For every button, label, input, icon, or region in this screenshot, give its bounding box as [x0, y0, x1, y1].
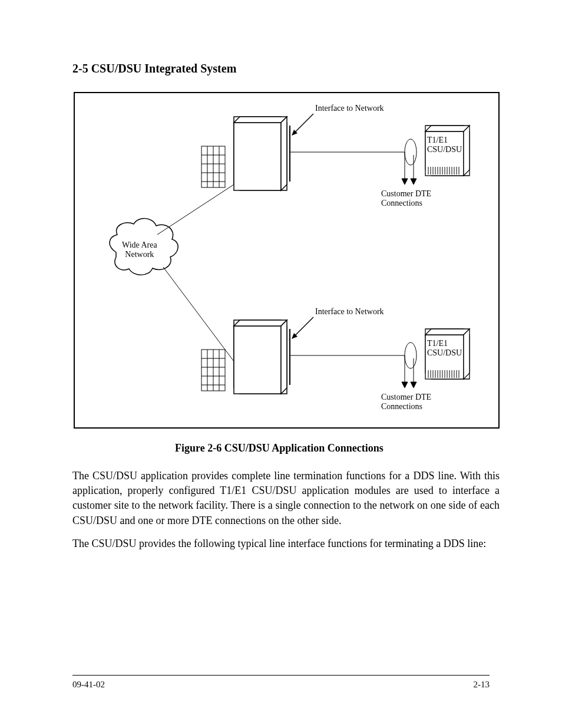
footer-divider: [72, 675, 490, 676]
building-icon: [201, 320, 287, 394]
svg-line-15: [293, 114, 313, 134]
figure-caption: Figure 2-6 CSU/DSU Application Connectio…: [175, 442, 384, 454]
section-heading: 2-5 CSU/DSU Integrated System: [72, 62, 236, 75]
arrow-icon: [292, 114, 313, 136]
link-line: [157, 185, 234, 235]
link-line: [163, 267, 234, 361]
svg-marker-14: [281, 117, 287, 190]
dte-arrows-icon: [402, 152, 416, 185]
paragraph: The CSU/DSU application provides complet…: [72, 469, 500, 528]
tbox-label-bottom: T1/E1 CSU/DSU: [427, 339, 462, 358]
tbox-label-top: T1/E1 CSU/DSU: [427, 136, 462, 154]
svg-marker-13: [234, 117, 287, 123]
svg-marker-70: [411, 382, 416, 388]
svg-marker-54: [464, 329, 470, 379]
arrow-icon: [292, 317, 313, 339]
building-icon: [201, 117, 287, 190]
svg-marker-53: [425, 329, 470, 335]
svg-marker-36: [411, 179, 416, 185]
svg-marker-69: [402, 382, 408, 388]
svg-line-49: [293, 317, 313, 338]
svg-marker-35: [402, 179, 408, 185]
network-interface-label-bottom: Interface to Network: [315, 307, 384, 317]
svg-marker-47: [234, 320, 287, 326]
network-interface-label-top: Interface to Network: [315, 104, 384, 113]
svg-rect-9: [234, 123, 281, 190]
diagram-frame: Wide Area Network Interface to Network I…: [74, 92, 500, 429]
cable-bundle-icon: [405, 342, 416, 368]
footer-right: 2-13: [474, 680, 490, 690]
body-text: The CSU/DSU application provides complet…: [72, 469, 500, 559]
svg-marker-19: [425, 126, 470, 131]
svg-marker-20: [464, 126, 470, 176]
wan-label: Wide Area Network: [122, 241, 157, 259]
dte-label-top: Customer DTE Connections: [381, 189, 431, 208]
svg-rect-46: [234, 326, 281, 394]
page: 2-5 CSU/DSU Integrated System: [0, 0, 562, 728]
svg-marker-48: [281, 320, 287, 394]
cable-bundle-icon: [405, 139, 416, 165]
footer-left: 09-41-02: [72, 680, 105, 690]
paragraph: The CSU/DSU provides the following typic…: [72, 536, 500, 551]
dte-label-bottom: Customer DTE Connections: [381, 393, 431, 411]
dte-arrows-icon: [402, 355, 416, 388]
